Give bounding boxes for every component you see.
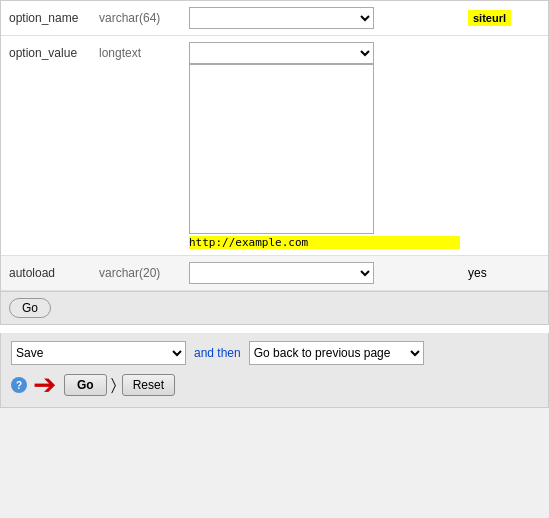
field-name-option-name: option_name bbox=[9, 7, 99, 25]
arrow-container: ➔ bbox=[33, 371, 58, 399]
cursor-icon: 〉 bbox=[111, 376, 116, 394]
table-row: option_name varchar(64) siteurl bbox=[1, 1, 548, 36]
field-type-option-value: longtext bbox=[99, 42, 189, 60]
field-type-autoload: varchar(20) bbox=[99, 262, 189, 280]
and-then-label: and then bbox=[194, 346, 241, 360]
go-button[interactable]: Go bbox=[9, 298, 51, 318]
save-select[interactable]: Save bbox=[11, 341, 186, 365]
field-name-autoload: autoload bbox=[9, 262, 99, 280]
option-name-select[interactable] bbox=[189, 7, 374, 29]
red-arrow-icon: ➔ bbox=[33, 371, 56, 399]
field-control-option-name bbox=[189, 7, 460, 29]
main-container: option_name varchar(64) siteurl option_v… bbox=[0, 0, 549, 408]
go-submit-button[interactable]: Go bbox=[64, 374, 107, 396]
action-row1: Save and then Go back to previous page bbox=[11, 341, 538, 365]
field-control-autoload bbox=[189, 262, 460, 284]
siteurl-badge-container: siteurl bbox=[460, 7, 540, 25]
go-back-select[interactable]: Go back to previous page bbox=[249, 341, 424, 365]
table-row: option_value longtext http://example.com bbox=[1, 36, 548, 256]
reset-button[interactable]: Reset bbox=[122, 374, 175, 396]
field-control-option-value: http://example.com bbox=[189, 42, 460, 249]
siteurl-badge: siteurl bbox=[468, 10, 511, 26]
table-section: option_name varchar(64) siteurl option_v… bbox=[0, 0, 549, 325]
table-row: autoload varchar(20) yes bbox=[1, 256, 548, 291]
option-value-extra bbox=[460, 42, 540, 46]
field-type-option-name: varchar(64) bbox=[99, 7, 189, 25]
option-value-textarea[interactable] bbox=[189, 64, 374, 234]
go-row: Go bbox=[1, 291, 548, 324]
url-value-display: http://example.com bbox=[189, 236, 460, 249]
field-name-option-value: option_value bbox=[9, 42, 99, 60]
option-value-select[interactable] bbox=[189, 42, 374, 64]
autoload-extra: yes bbox=[460, 262, 540, 280]
action-row2: ? ➔ Go 〉 Reset bbox=[11, 371, 538, 399]
autoload-select[interactable] bbox=[189, 262, 374, 284]
help-icon[interactable]: ? bbox=[11, 377, 27, 393]
action-bar: Save and then Go back to previous page ?… bbox=[0, 333, 549, 408]
